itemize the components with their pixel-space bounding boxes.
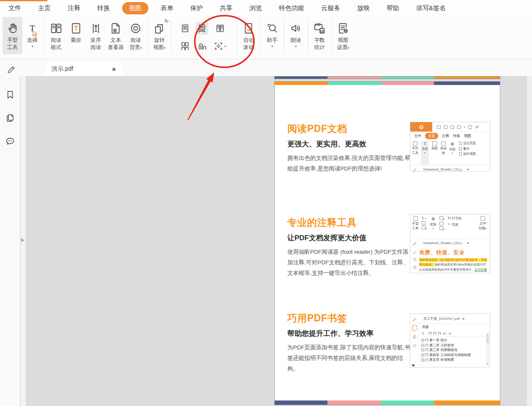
auto-scroll-button[interactable]: 自动 滚动 xyxy=(239,17,259,54)
text-viewer-button[interactable]: 文本 查看器 xyxy=(106,17,126,54)
menu-share[interactable]: 共享 xyxy=(220,4,232,12)
thumb-menubar: 文件 主页 注释 转换 视图 xyxy=(410,132,490,140)
tab-close-icon[interactable]: × xyxy=(112,66,116,73)
hand-tool-button[interactable]: 手型 工具 xyxy=(3,17,22,54)
select-label: 选择 xyxy=(27,37,38,44)
section-subheading: 更强大、更实用、更高效 xyxy=(287,139,411,149)
thumb-tabbar: Datasheet_Reader_CN.p...× xyxy=(410,238,490,247)
section-heading: 专业的注释工具 xyxy=(287,216,411,229)
thumb-content: 免费、快速、安全 福昕阅读器是一款功能强大的PDF阅读软件，具有 档与表单。福昕… xyxy=(410,247,490,272)
word-count-label-1: 字数 xyxy=(314,37,325,44)
comments-panel-button[interactable] xyxy=(3,134,17,148)
toolbar-separator xyxy=(308,20,308,55)
document-tabbar: 演示.pdf × xyxy=(0,59,532,76)
menubar: 文件 主页 注释 转换 视图 表单 保护 共享 浏览 特色功能 云服务 放映 帮… xyxy=(0,0,532,16)
thumb-titlebar: G ▾ ↺ xyxy=(410,122,490,132)
toolbar-separator xyxy=(237,20,237,55)
vertical-scrollbar[interactable] xyxy=(527,76,532,406)
thumb-sidebar xyxy=(410,324,419,368)
read-aloud-caret: ▾ xyxy=(295,45,297,48)
menu-features[interactable]: 特色功能 xyxy=(279,4,304,12)
split-view-button[interactable]: ▾ xyxy=(214,40,226,52)
reflow-icon xyxy=(70,20,82,37)
menu-browse[interactable]: 浏览 xyxy=(249,4,262,12)
auto-scroll-label-1: 自动 xyxy=(243,37,254,44)
select-tool-button[interactable]: T 选择 ▾ xyxy=(22,17,42,54)
menu-home[interactable]: 主页 xyxy=(38,4,51,12)
panel-expand-handle[interactable] xyxy=(21,238,25,242)
rotate-view-label-2: 视图▾ xyxy=(153,44,165,51)
toolbar-separator xyxy=(331,20,332,55)
bookmarks-panel-button[interactable] xyxy=(3,88,17,102)
read-aloud-label: 朗读 xyxy=(291,37,301,44)
toolbar-separator xyxy=(147,20,148,55)
single-page-view-button[interactable] xyxy=(179,22,191,35)
print-icon xyxy=(450,125,454,129)
read-aloud-button[interactable]: 朗读 ▾ xyxy=(286,17,306,54)
reflow-label: 重排 xyxy=(71,37,81,44)
section-bookmarks: 巧用PDF书签 帮助您提升工作、学习效率 为PDF页面添加书签,除了实现内容的快… xyxy=(287,312,411,374)
app-window: 文件 主页 注释 转换 视图 表单 保护 共享 浏览 特色功能 云服务 放映 帮… xyxy=(0,0,532,406)
section-read-pdf: 阅读PDF文档 更强大、更实用、更高效 拥有出色的文档渲染效果,强大的页面管理功… xyxy=(287,122,411,174)
read-mode-button[interactable]: 阅读 模式 xyxy=(46,17,66,54)
facing-view-button[interactable] xyxy=(214,22,226,35)
reverse-read-button[interactable]: 逆序 阅读 xyxy=(86,17,106,54)
pages-panel-button[interactable] xyxy=(3,111,17,125)
rotate-view-button[interactable]: ↻ 旋转 视图▾ xyxy=(150,17,169,54)
reverse-read-label-2: 阅读 xyxy=(90,44,101,51)
screenshot-thumb-bookmarks: 员工手册_20120917.pdf× 书签 ≡ | A+ xyxy=(410,313,490,368)
menu-comment[interactable]: 注释 xyxy=(68,4,80,12)
word-count-label-2: 统计 xyxy=(314,44,325,51)
auto-scroll-icon xyxy=(242,20,255,37)
menu-cloud[interactable]: 云服务 xyxy=(321,4,340,12)
reverse-read-icon xyxy=(90,20,102,37)
menu-file[interactable]: 文件 xyxy=(8,4,21,12)
toolbar-separator xyxy=(171,20,172,55)
continuous-view-button[interactable] xyxy=(196,22,208,35)
word-count-button[interactable]: AB 字数 统计 xyxy=(310,17,330,54)
document-tab-title: 演示.pdf xyxy=(52,65,73,73)
speaker-icon xyxy=(289,20,302,37)
continuous-facing-view-button[interactable] xyxy=(179,40,191,52)
read-background-label-2: 背景▾ xyxy=(129,44,142,51)
document-tab[interactable]: 演示.pdf × xyxy=(42,62,125,76)
open-icon xyxy=(437,125,441,129)
section-body: 使用福昕PDF阅读器 (foxit reader) 为PDF文件添加注释,可对P… xyxy=(287,247,411,279)
section-subheading: 让PDF文档发挥更大价值 xyxy=(287,233,411,243)
assistant-magnifier-icon xyxy=(266,20,278,37)
view-settings-button[interactable]: 视图 设置▾ xyxy=(333,17,353,54)
assistant-button[interactable]: 助手 ▾ xyxy=(262,17,282,54)
thumb-sidebar xyxy=(412,249,418,272)
read-mode-label-1: 阅读 xyxy=(51,37,61,44)
annotate-pencil-icon[interactable] xyxy=(4,62,19,74)
menu-form[interactable]: 表单 xyxy=(161,4,173,12)
menu-help[interactable]: 帮助 xyxy=(387,4,399,12)
select-text-icon: T xyxy=(30,20,35,37)
toolbar-separator xyxy=(284,20,284,55)
book-view-button[interactable] xyxy=(196,40,208,52)
rotate-view-icon: ↻ xyxy=(153,20,166,37)
read-mode-icon xyxy=(50,20,63,37)
split-view-caret[interactable]: ▾ xyxy=(224,45,226,48)
menu-view-active[interactable]: 视图 xyxy=(122,2,148,14)
section-heading: 巧用PDF书签 xyxy=(287,312,411,325)
menu-convert[interactable]: 转换 xyxy=(97,4,110,12)
page-top-color-bar xyxy=(275,82,500,85)
toolbar-separator xyxy=(44,20,44,55)
read-mode-label-2: 模式 xyxy=(51,44,61,51)
menu-present[interactable]: 放映 xyxy=(357,4,370,12)
thumb-scrollbar: ∧ ∨ xyxy=(486,333,489,365)
read-background-label-1: 阅读 xyxy=(131,37,141,44)
menu-fill-sign[interactable]: 填写&签名 xyxy=(416,4,446,12)
thumb-bookmark-panel: 书签 ≡ | A+ A- +第一章 简介 +第二章 入职管理 +第三章 试用期管… xyxy=(410,324,490,368)
thumb-toolbar: 手型工具 T选择▾ 截图 剪贴板 ⊕缩放▾ 适合页面 重排 旋转视图 xyxy=(410,140,490,165)
hand-icon xyxy=(6,20,19,37)
page-icon xyxy=(468,125,472,129)
reflow-button[interactable]: 重排 xyxy=(66,17,86,54)
reverse-read-label-1: 逆序 xyxy=(90,37,101,44)
hand-tool-label-2: 工具 xyxy=(7,44,18,51)
menu-protect[interactable]: 保护 xyxy=(190,4,203,12)
save-icon xyxy=(444,125,447,129)
read-background-button[interactable]: 阅读 背景▾ xyxy=(126,17,146,54)
view-settings-label-1: 视图 xyxy=(338,37,349,44)
